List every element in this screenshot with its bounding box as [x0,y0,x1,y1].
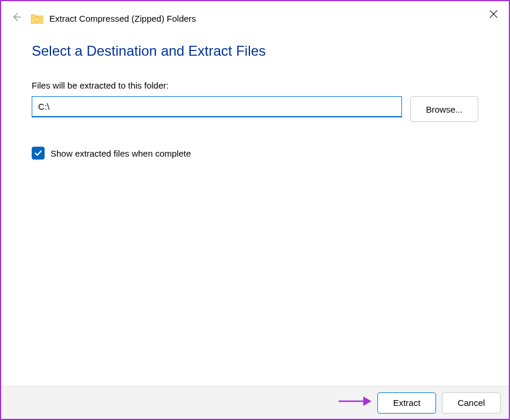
show-files-checkbox-row: Show extracted files when complete [32,147,478,160]
back-arrow-icon [11,12,22,22]
show-files-checkbox[interactable] [32,147,45,160]
page-heading: Select a Destination and Extract Files [32,43,478,59]
close-button[interactable] [484,5,503,23]
browse-button[interactable]: Browse... [410,96,478,122]
checkmark-icon [34,149,42,157]
dialog-footer: Extract Cancel [1,386,509,419]
dialog-content: Select a Destination and Extract Files F… [1,25,509,160]
destination-row: Browse... [32,96,478,122]
annotation-arrow [337,394,374,411]
zip-folder-icon [31,13,43,24]
back-button[interactable] [8,12,25,25]
instruction-label: Files will be extracted to this folder: [32,80,478,90]
dialog-header: Extract Compressed (Zipped) Folders [1,1,509,25]
cancel-button[interactable]: Cancel [442,392,501,414]
close-icon [489,10,498,18]
show-files-label: Show extracted files when complete [50,148,191,158]
extract-button[interactable]: Extract [377,392,436,414]
destination-path-input[interactable] [32,96,402,117]
dialog-title: Extract Compressed (Zipped) Folders [49,13,196,23]
